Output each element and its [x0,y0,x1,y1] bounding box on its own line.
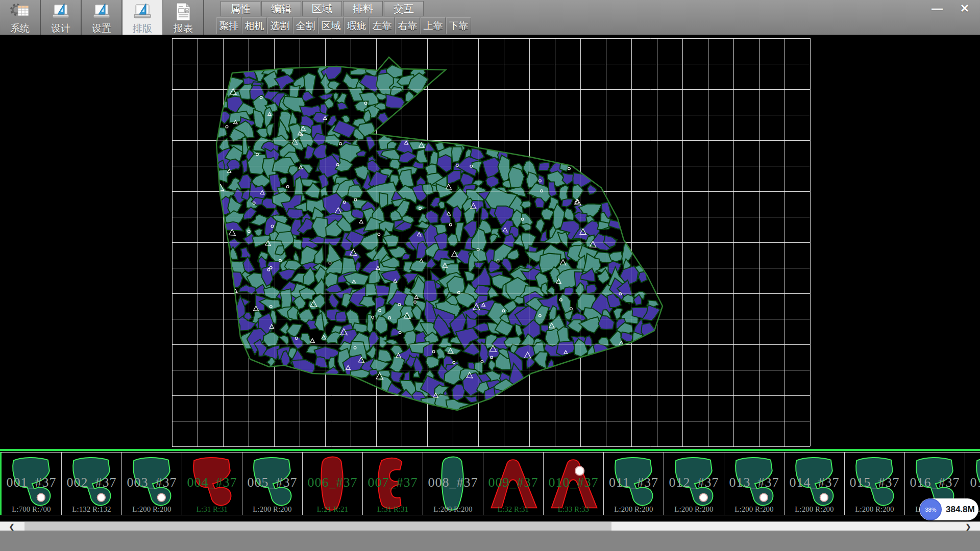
piece-cell-2[interactable]: 002_#37L:132 R:132 [62,452,122,515]
piece-id-label: 005_#37 [242,475,302,490]
piece-id-label: 007_#37 [363,475,423,490]
main-nav-strip: 系统设计设置排版报表 [0,0,204,35]
piece-id-label: 001_#37 [2,475,61,490]
minimize-icon[interactable]: — [927,1,947,16]
tool-button-8[interactable]: 右靠 [395,17,420,34]
window-controls: — ✕ [927,1,975,16]
piece-lr-label: L:132 R:132 [62,505,121,514]
tab-5[interactable]: 交互 [384,1,424,16]
piece-id-label: 009_#37 [483,475,543,490]
tool-button-3[interactable]: 选割 [267,17,292,34]
tab-2[interactable]: 编辑 [261,1,301,16]
piece-filmstrip: 001_#37L:700 R:700002_#37L:132 R:132003_… [0,449,980,521]
tool-button-9[interactable]: 上靠 [421,17,446,34]
memory-value: 384.8M [946,498,975,520]
horizontal-scrollbar[interactable]: ❮ ❯ [0,521,980,531]
piece-cell-3[interactable]: 003_#37L:200 R:200 [122,452,182,515]
nesting-canvas[interactable] [0,35,980,449]
tab-1[interactable]: 属性 [220,1,260,16]
gear-table-icon [9,2,31,21]
piece-id-label: 016_#37 [905,475,965,490]
piece-lr-label: L:200 R:200 [664,505,724,514]
tool-button-10[interactable]: 下靠 [446,17,471,34]
scroll-right-icon[interactable]: ❯ [957,522,980,531]
piece-id-label: 012_#37 [664,475,724,490]
piece-cell-15[interactable]: 015_#37L:200 R:200 [845,452,905,515]
nav-button-label: 系统 [10,22,30,35]
tool-button-7[interactable]: 左靠 [370,17,395,34]
piece-id-label: 008_#37 [423,475,483,490]
tool-button-row: 聚排相机选割全割区域瑕疵左靠右靠上靠下靠 [216,17,472,34]
piece-lr-label: L:31 R:31 [363,505,423,514]
nav-button-4[interactable]: 排版 [122,0,163,35]
ruler-icon [132,2,153,21]
piece-cell-11[interactable]: 011_#37L:200 R:200 [604,452,664,515]
piece-lr-label: L:200 R:200 [122,505,182,514]
tool-button-1[interactable]: 聚排 [216,17,241,34]
piece-lr-label: L:200 R:200 [604,505,664,514]
piece-lr-label: L:700 R:700 [2,505,61,514]
close-icon[interactable]: ✕ [954,1,975,16]
piece-lr-label: L:33 R:33 [544,505,603,514]
tab-3[interactable]: 区域 [302,1,342,16]
memory-status-badge: 38% 384.8M [919,498,978,520]
piece-id-label: 015_#37 [845,475,904,490]
status-bar [0,531,980,551]
toolbar: 系统设计设置排版报表 属性编辑区域排料交互 聚排相机选割全割区域瑕疵左靠右靠上靠… [0,0,980,35]
piece-lr-label: L:32 R:31 [483,505,543,514]
piece-cell-7[interactable]: 007_#37L:31 R:31 [363,452,423,515]
piece-id-label: 011_#37 [604,475,664,490]
piece-id-label: 003_#37 [122,475,182,490]
nav-button-2[interactable]: 设计 [41,0,82,35]
piece-lr-label: L:200 R:200 [845,505,904,514]
piece-lr-label: L:21 R:21 [303,505,362,514]
piece-cell-1[interactable]: 001_#37L:700 R:700 [0,452,62,515]
nav-button-label: 设计 [51,22,70,35]
piece-id-label: 002_#37 [62,475,121,490]
nav-button-5[interactable]: 报表 [163,0,204,35]
ruler-icon [50,2,71,21]
piece-id-label: 014_#37 [785,475,844,490]
piece-lr-label: L:200 R:200 [242,505,302,514]
scroll-left-icon[interactable]: ❮ [0,522,23,531]
piece-lr-label: L:200 R:200 [785,505,844,514]
tool-button-2[interactable]: 相机 [242,17,267,34]
nav-button-label: 报表 [174,22,193,35]
piece-cell-13[interactable]: 013_#37L:200 R:200 [724,452,785,515]
menu-tab-row: 属性编辑区域排料交互 [220,1,425,16]
report-icon [174,2,193,21]
piece-id-label: 006_#37 [303,475,362,490]
tab-4[interactable]: 排料 [343,1,383,16]
tool-button-6[interactable]: 瑕疵 [344,17,369,34]
piece-id-label: 017_#37 [965,475,980,490]
nav-button-label: 设置 [92,22,111,35]
ruler-icon [91,2,112,21]
nav-button-label: 排版 [133,22,152,35]
tool-button-4[interactable]: 全割 [293,17,318,34]
piece-id-label: 010_#37 [544,475,603,490]
nav-button-3[interactable]: 设置 [82,0,122,35]
piece-cells: 001_#37L:700 R:700002_#37L:132 R:132003_… [0,452,980,515]
piece-cell-10[interactable]: 010_#37L:33 R:33 [544,452,604,515]
usage-percent-badge: 38% [920,498,942,520]
piece-cell-12[interactable]: 012_#37L:200 R:200 [664,452,724,515]
piece-lr-label: L:31 R:31 [182,505,242,514]
piece-lr-label: L:200 R:200 [423,505,483,514]
scrollbar-thumb[interactable] [24,522,611,531]
piece-cell-9[interactable]: 009_#37L:32 R:31 [483,452,544,515]
piece-cell-14[interactable]: 014_#37L:200 R:200 [785,452,845,515]
piece-cell-4[interactable]: 004_#37L:31 R:31 [182,452,242,515]
piece-cell-6[interactable]: 006_#37L:21 R:21 [303,452,363,515]
tool-button-5[interactable]: 区域 [318,17,344,34]
piece-id-label: 013_#37 [724,475,784,490]
piece-id-label: 004_#37 [182,475,242,490]
nav-button-1[interactable]: 系统 [0,0,41,35]
piece-cell-5[interactable]: 005_#37L:200 R:200 [242,452,303,515]
piece-cell-8[interactable]: 008_#37L:200 R:200 [423,452,483,515]
app-window: 系统设计设置排版报表 属性编辑区域排料交互 聚排相机选割全割区域瑕疵左靠右靠上靠… [0,0,980,551]
piece-lr-label: L:200 R:200 [724,505,784,514]
